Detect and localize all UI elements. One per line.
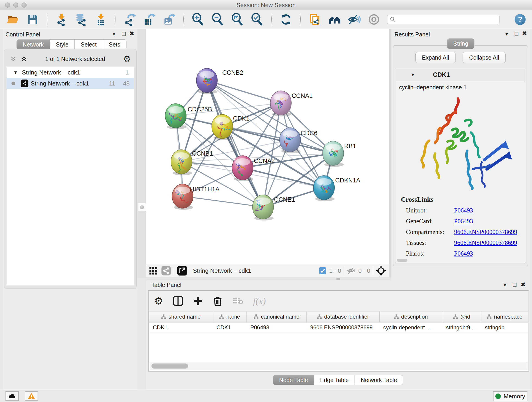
cdk1-section-header[interactable]: ▼ CDK1 [396,68,525,81]
results-scrollbar-thumb[interactable] [397,259,407,262]
tab-edge-table[interactable]: Edge Table [314,375,355,385]
refresh-layout-button[interactable] [279,13,292,26]
table-row[interactable]: CDK1CDK1P064939606.ENSP00000378699cyclin… [149,322,528,333]
help-button[interactable]: ? [515,14,526,25]
horizontal-splitter-handle[interactable] [336,278,340,280]
collapse-all-icon[interactable] [10,56,17,62]
expand-all-button[interactable]: Expand All [415,52,456,63]
memory-button[interactable]: Memory [493,391,527,401]
column-header-name[interactable]: name [213,312,247,322]
network-canvas[interactable]: CCNB2CCNA1CDC25BCDK1CDC6RB1CCNB1CCNA2CDK… [146,29,389,264]
tab-string[interactable]: String [447,38,474,49]
warning-status-button[interactable] [25,391,38,401]
search-input[interactable] [398,16,497,23]
column-header-description[interactable]: description [380,312,443,322]
table-panel-menu-icon[interactable]: ▾ [503,282,506,288]
column-header-shared-name[interactable]: shared name [149,312,213,322]
selected-checkbox-icon[interactable] [319,267,326,274]
table-cell[interactable]: CDK1 [213,322,247,332]
node-CCNB1[interactable] [171,150,192,175]
table-cell[interactable]: CDK1 [149,322,213,332]
tab-sets[interactable]: Sets [103,39,127,50]
crosslink-value-link[interactable]: P06493 [454,207,473,214]
column-type-icon [394,314,399,319]
fit-content-crosshair-icon[interactable] [376,266,386,276]
hide-unhide-button[interactable] [348,13,361,26]
expand-all-icon[interactable] [20,56,27,62]
crosslink-value-link[interactable]: 9606.ENSP00000378699 [454,229,517,236]
results-panel-float-icon[interactable]: □ [515,31,518,37]
node-CDK1[interactable] [212,114,233,140]
zoom-selected-button[interactable] [251,13,264,26]
export-network-button[interactable] [123,13,136,26]
node-CDKN1A[interactable] [313,176,335,201]
open-in-window-icon[interactable] [177,265,187,276]
cloud-status-button[interactable] [6,391,19,401]
birds-eye-view-icon[interactable] [161,266,171,276]
export-image-button[interactable] [163,13,176,26]
node-CCNA2[interactable] [232,156,253,181]
delete-column-trash-icon[interactable] [213,296,223,306]
column-header-namespace[interactable]: namespace [481,312,528,322]
save-session-button[interactable] [26,13,39,26]
string-network-view[interactable]: CCNB2CCNA1CDC25BCDK1CDC6RB1CCNB1CCNA2CDK… [146,29,389,264]
grid-view-icon[interactable] [149,266,158,275]
table-cell[interactable]: stringdb:9... [442,322,481,332]
table-hscrollbar[interactable] [150,362,528,370]
tree-expand-icon[interactable]: ▼ [13,70,18,75]
results-panel-close-icon[interactable]: ✖ [522,31,527,36]
tab-network[interactable]: Network [17,39,50,50]
network-options-gear-icon[interactable]: ⚙ [123,55,131,63]
network-row[interactable]: String Network – cdk1 11 48 [7,78,134,89]
zoom-fit-icon [231,13,244,26]
zoom-selected-icon [251,13,263,26]
zoom-out-button[interactable] [211,13,224,26]
table-panel-close-icon[interactable]: ✖ [520,281,526,287]
results-panel-menu-icon[interactable]: ▾ [505,31,508,37]
import-network-button[interactable] [55,13,68,26]
tab-style[interactable]: Style [50,39,75,50]
create-column-plus-icon[interactable] [193,296,203,306]
import-network-from-database-button[interactable] [75,13,88,26]
clone-network-button[interactable] [308,13,321,26]
table-options-gear-icon[interactable]: ⚙ [154,296,163,306]
crosslink-value-link[interactable]: 9606.ENSP00000378699 [454,239,517,246]
open-session-button[interactable] [6,13,19,26]
left-splitter-handle[interactable] [138,203,146,211]
table-panel-float-icon[interactable]: □ [513,282,516,288]
export-table-button[interactable] [143,13,156,26]
control-panel-close-icon[interactable]: ✖ [129,31,134,36]
table-hscrollbar-thumb[interactable] [152,364,188,369]
tab-node-table[interactable]: Node Table [273,375,314,385]
column-header-database-identifier[interactable]: database identifier [307,312,380,322]
edge-CCNB2-CCNA1[interactable] [207,80,281,103]
zoom-fit-button[interactable] [231,13,244,26]
tab-network-table[interactable]: Network Table [355,375,403,385]
node-CCNE1[interactable] [253,195,273,220]
show-hidden-button[interactable] [367,13,380,26]
collapse-all-button[interactable]: Collapse All [462,52,506,63]
left-splitter[interactable] [138,29,146,278]
zoom-in-button[interactable] [191,13,204,26]
node-RB1[interactable] [323,141,344,167]
node-CDC25B[interactable] [165,104,186,129]
tab-select[interactable]: Select [75,39,103,50]
crosslink-value-link[interactable]: P06493 [454,218,473,225]
table-cell[interactable]: cyclin-dependent ... [380,322,443,332]
import-table-button[interactable] [94,13,107,26]
section-collapse-icon[interactable]: ▼ [411,72,415,77]
control-panel-float-icon[interactable]: □ [122,31,126,37]
node-CCNB2[interactable] [196,68,217,94]
table-cell[interactable]: P06493 [247,322,307,332]
column-header--id[interactable]: @id [442,312,481,322]
show-all-views-button[interactable] [328,13,341,26]
table-cell[interactable]: stringdb [481,322,528,332]
control-panel-menu-icon[interactable]: ▾ [113,31,115,37]
crosslink-value-link[interactable]: P06493 [454,250,473,257]
table-cell[interactable]: 9606.ENSP00000378699 [307,322,380,332]
column-header-canonical-name[interactable]: canonical name [247,312,307,322]
edge-CCNE1-HIST1H1A[interactable] [183,196,263,207]
network-collection-row[interactable]: ▼ String Network – cdk1 1 [7,67,134,78]
show-columns-icon[interactable] [173,296,183,306]
node-CCNA1[interactable] [270,91,291,116]
